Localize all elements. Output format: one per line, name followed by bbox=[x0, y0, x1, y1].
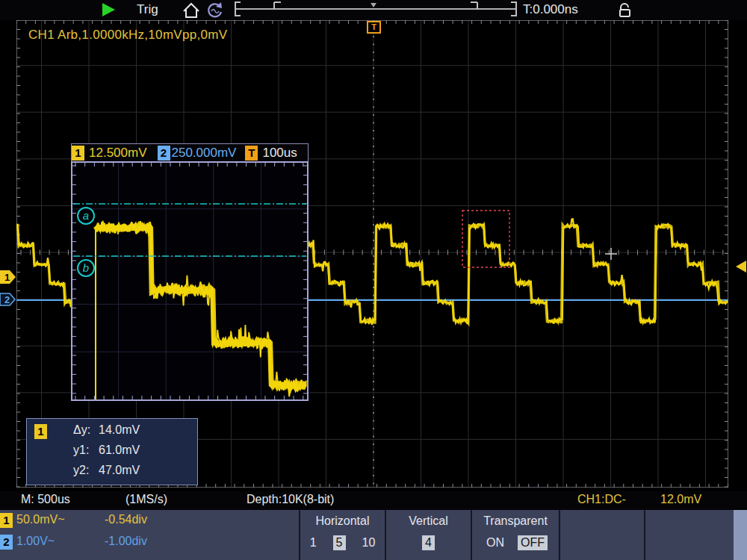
ch2-badge: 2 bbox=[158, 146, 170, 161]
channel-info-label: CH1 Arb,1.0000kHz,10mVpp,0mV bbox=[28, 28, 227, 43]
svg-text:1: 1 bbox=[4, 272, 10, 283]
menu-empty-cell bbox=[560, 510, 642, 560]
waveform-refresh-icon[interactable] bbox=[205, 1, 226, 19]
ch2-position-marker[interactable]: 2 bbox=[0, 293, 16, 307]
svg-text:2: 2 bbox=[4, 294, 10, 305]
ch2-scale-value: 1.00V~ bbox=[16, 535, 55, 548]
ch1-badge: 1 bbox=[0, 513, 13, 528]
zoom-window-plot bbox=[71, 161, 309, 401]
record-depth-value: Depth:10K(8-bit) bbox=[247, 493, 334, 506]
vertical-option-4[interactable]: 4 bbox=[422, 535, 435, 550]
bottom-menu-bar: 1 50.0mV~ -0.54div 2 1.00V~ -1.00div Hor… bbox=[0, 510, 747, 560]
horizontal-option-10[interactable]: 10 bbox=[359, 535, 379, 550]
ch1-scale-value: 50.0mV~ bbox=[16, 513, 64, 526]
trigger-level-marker[interactable] bbox=[735, 261, 747, 274]
menu-side-strip[interactable] bbox=[734, 510, 747, 560]
trigger-time-value: T:0.000ns bbox=[523, 2, 578, 17]
menu-transparent: Transparent ON OFF bbox=[472, 510, 559, 560]
measurement-row: Δy:14.0mV bbox=[73, 423, 140, 437]
sample-rate-value: (1MS/s) bbox=[125, 493, 167, 506]
timebase-value: M: 500us bbox=[21, 493, 70, 506]
horizontal-option-1[interactable]: 1 bbox=[307, 535, 320, 550]
home-icon[interactable] bbox=[182, 1, 201, 19]
run-play-icon[interactable] bbox=[102, 3, 115, 16]
vertical-label: Vertical bbox=[386, 514, 471, 528]
lock-icon[interactable] bbox=[618, 2, 633, 19]
zoom-ch1-scale: 12.500mV bbox=[89, 146, 147, 161]
ch1-position-marker[interactable]: 1 bbox=[0, 270, 16, 284]
measurement-row: y1:61.0mV bbox=[73, 444, 140, 457]
measurement-channel-badge: 1 bbox=[34, 424, 47, 439]
ch2-badge: 2 bbox=[0, 535, 13, 550]
trigger-position-caret bbox=[371, 3, 376, 7]
transparent-label: Transparent bbox=[472, 514, 559, 528]
time-badge: T bbox=[245, 146, 258, 161]
horizontal-option-5[interactable]: 5 bbox=[333, 535, 346, 550]
top-bar: Trig T:0.000ns bbox=[0, 0, 747, 20]
trigger-source-value: CH1:DC- bbox=[577, 493, 626, 506]
transparent-on-button[interactable]: ON bbox=[483, 535, 507, 550]
measurement-row: y2:47.0mV bbox=[73, 464, 140, 477]
zoom-time-scale: 100us bbox=[262, 146, 297, 161]
zoom-ch2-scale: 250.000mV bbox=[172, 146, 237, 161]
cursor-b-label[interactable]: b bbox=[77, 259, 95, 277]
menu-horizontal: Horizontal 1 5 10 bbox=[300, 510, 385, 560]
status-bar: M: 500us (1MS/s) Depth:10K(8-bit) CH1:DC… bbox=[0, 491, 747, 510]
trigger-position-marker[interactable]: T bbox=[367, 21, 381, 34]
cursor-measurement-panel: 1 Δy:14.0mV y1:61.0mV y2:47.0mV bbox=[26, 418, 198, 485]
transparent-off-button[interactable]: OFF bbox=[518, 535, 548, 550]
oscilloscope-screen: Trig T:0.000ns CH1 Arb,1.0000kHz,10mVpp,… bbox=[0, 0, 747, 560]
zoom-window[interactable]: 1 12.500mV 2 250.000mV T 100us a b bbox=[71, 143, 309, 401]
cursor-a-label[interactable]: a bbox=[77, 207, 95, 225]
memory-position-bar[interactable] bbox=[230, 0, 521, 19]
ch1-badge: 1 bbox=[72, 146, 84, 161]
menu-empty-cell bbox=[645, 510, 732, 560]
zoom-window-header: 1 12.500mV 2 250.000mV T 100us bbox=[71, 143, 309, 163]
ch1-offset-value: -0.54div bbox=[105, 513, 147, 526]
trigger-level-value: 12.0mV bbox=[660, 493, 701, 506]
ch2-offset-value: -1.00div bbox=[105, 535, 147, 548]
trigger-status-label: Trig bbox=[137, 2, 158, 17]
menu-vertical: Vertical 4 bbox=[386, 510, 471, 560]
horizontal-label: Horizontal bbox=[300, 514, 385, 528]
